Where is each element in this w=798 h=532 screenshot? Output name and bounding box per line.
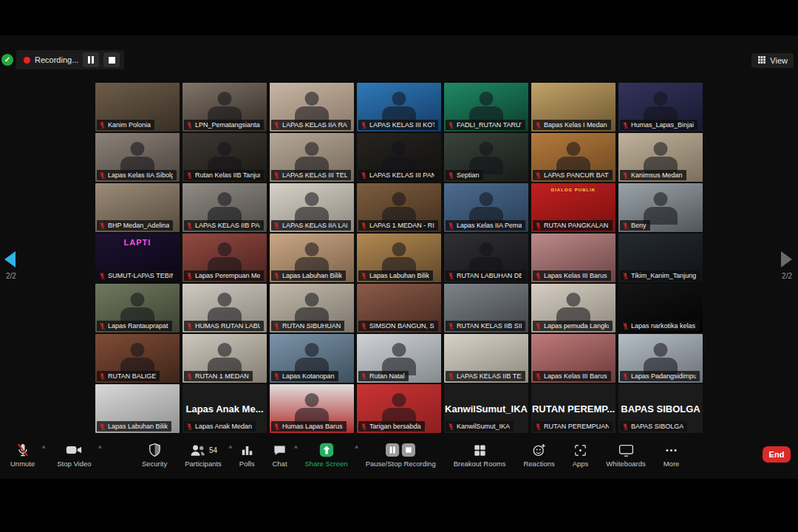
toolbar-stop-video-button[interactable]: ^Stop Video <box>51 442 97 468</box>
participant-tile[interactable]: Lapas narkotika kelas I... <box>618 284 703 332</box>
participant-tile[interactable]: Rutan Kelas IIB Tanjun... <box>183 133 267 182</box>
toolbar-polls-button[interactable]: Polls <box>233 442 261 468</box>
toolbar-reactions-button[interactable]: Reactions <box>517 442 560 468</box>
participant-name-label: Lapas Labuhan Bilik <box>358 270 433 281</box>
muted-mic-icon <box>273 121 280 129</box>
participant-tile[interactable]: BAPAS SIBOLGABAPAS SIBOLGA <box>618 384 703 433</box>
toolbar-breakout-rooms-button[interactable]: Breakout Rooms <box>448 442 512 468</box>
participant-tile[interactable]: RUTAN LABUHAN DELI <box>444 233 528 282</box>
participant-tile[interactable]: Lapas Kelas IIA Sibolga <box>95 133 180 182</box>
page-indicator-right: 2/2 <box>782 272 792 280</box>
more-icon <box>664 443 678 457</box>
participant-name-text: KanwilSumut_IKA <box>457 423 510 430</box>
participant-name-text: FADLI_RUTAN TARUTU... <box>457 121 522 129</box>
participant-tile[interactable]: LAPAS 1 MEDAN - RIZ... <box>357 183 441 232</box>
participant-tile[interactable]: BHP Medan_Adelina <box>95 183 180 232</box>
toolbar-unmute-button[interactable]: ^Unmute <box>4 442 41 468</box>
chevron-up-icon[interactable]: ^ <box>355 445 358 452</box>
participant-tile[interactable]: Rutan Natal <box>357 334 441 383</box>
participant-tile[interactable]: RUTAN KELAS IIB SIDI... <box>444 284 528 332</box>
participants-count-badge: 54 <box>209 446 217 454</box>
chevron-up-icon[interactable]: ^ <box>42 445 45 452</box>
participant-tile[interactable]: RUTAN SIBUHUAN <box>270 284 354 332</box>
participant-tile[interactable]: Bapas Kelas I Medan <box>531 83 615 132</box>
participant-tile[interactable]: Kanim Polonia <box>95 83 180 132</box>
chevron-up-icon[interactable]: ^ <box>98 445 101 452</box>
muted-mic-icon <box>186 423 193 431</box>
participant-name-label: Tikim_Kanim_TanjungB... <box>620 270 700 281</box>
participant-tile[interactable]: LAPAS KELAS IIB TEBIN... <box>444 334 528 383</box>
toolbar-participants-button[interactable]: 54^Participants <box>179 442 228 468</box>
participant-tile[interactable]: Lapas Kelas IIA Pemata... <box>444 183 528 232</box>
participant-name-text: Lapas Kelas III Barus <box>544 372 607 380</box>
participant-tile[interactable]: LAPAS PANCUR BATU_... <box>531 133 615 182</box>
participant-tile[interactable]: Lapas Rantauprapat <box>95 284 180 332</box>
muted-mic-icon <box>622 121 629 129</box>
muted-mic-icon <box>448 171 454 180</box>
participant-tile[interactable]: LAPAS KELAS III PANG... <box>357 133 441 182</box>
participant-tile[interactable]: Tarigan bersabda <box>357 384 441 433</box>
participant-name-label: RUTAN BALIGE <box>97 371 160 381</box>
participant-tile[interactable]: DIALOG PUBLIKRUTAN PANGKALAN B... <box>531 183 615 232</box>
toolbar-whiteboards-button[interactable]: Whiteboards <box>600 442 651 468</box>
participant-tile[interactable]: LAPTISUMUT-LAPAS TEBIN... <box>95 233 180 282</box>
participant-tile[interactable]: LAPAS KELAS IIA RANT... <box>270 83 354 132</box>
participant-tile[interactable]: LPN_Pematangsiantar <box>183 83 267 132</box>
participant-name-label: LAPAS 1 MEDAN - RIZ... <box>358 220 438 231</box>
participant-name-text: SIMSON BANGUN, SH... <box>369 322 434 330</box>
participant-tile[interactable]: Lapas pemuda Langkat <box>531 284 615 332</box>
participant-tile[interactable]: HUMAS RUTAN LABU... <box>183 284 267 332</box>
participant-tile[interactable]: Humas Lapas Barus <box>270 384 354 433</box>
toolbar-more-button[interactable]: More <box>658 442 686 468</box>
participant-tile[interactable]: LAPAS KELAS III KOTAP... <box>357 83 441 132</box>
participant-tile[interactable]: Septian <box>444 133 528 182</box>
participant-tile[interactable]: RUTAN PEREMP...RUTAN PEREMPUAN ... <box>531 384 615 433</box>
participant-tile[interactable]: RUTAN 1 MEDAN <box>183 334 267 383</box>
pause-recording-button[interactable] <box>83 52 99 67</box>
participant-tile[interactable]: Humas_Lapas_Binjai <box>618 83 703 132</box>
previous-page-arrow[interactable] <box>4 251 16 267</box>
participant-tile[interactable]: Lapas Anak Me...Lapas Anak Medan <box>183 384 267 433</box>
participant-name-text: RUTAN 1 MEDAN <box>195 372 249 380</box>
toolbar-share-screen-button[interactable]: ^Share Screen <box>299 442 354 468</box>
participant-name-label: Tarigan bersabda <box>358 421 425 432</box>
view-button[interactable]: View <box>751 53 794 68</box>
apps-icon <box>573 443 587 457</box>
participant-tile[interactable]: Lapas Perempuan Med... <box>183 233 267 282</box>
participant-tile[interactable]: Kanimsus Medan <box>618 133 703 182</box>
participant-tile[interactable]: Lapas Labuhan Bilik <box>95 384 180 433</box>
participant-name-text: Lapas Kelas IIA Sibolga <box>108 171 173 179</box>
muted-mic-icon <box>448 372 454 381</box>
chevron-up-icon[interactable]: ^ <box>229 445 232 452</box>
participant-tile[interactable]: Lapas Labuhan Bilik <box>270 233 354 282</box>
participant-tile[interactable]: LAPAS KELAS IIA LABU... <box>270 183 354 232</box>
participant-tile[interactable]: Lapas Labuhan Bilik <box>357 233 441 282</box>
end-meeting-button[interactable]: End <box>763 446 791 463</box>
toolbar-chat-button[interactable]: ^Chat <box>266 442 293 468</box>
chevron-up-icon[interactable]: ^ <box>294 445 297 452</box>
participant-name-text: RUTAN KELAS IIB SIDI... <box>457 322 522 330</box>
participant-tile[interactable]: KanwilSumut_IKAKanwilSumut_IKA <box>444 384 528 433</box>
next-page-arrow[interactable] <box>781 251 792 267</box>
participant-tile[interactable]: Lapas Kotanopan <box>270 334 354 383</box>
participant-tile[interactable]: FADLI_RUTAN TARUTU... <box>444 83 528 132</box>
participant-tile[interactable]: Beny <box>618 183 703 232</box>
participant-name-label: LAPAS KELAS IIB PANY... <box>184 220 264 231</box>
stop-recording-button[interactable] <box>103 52 120 67</box>
participant-tile[interactable]: LAPAS KELAS III TELUK... <box>270 133 354 182</box>
participant-name-label: Lapas narkotika kelas I... <box>620 321 700 331</box>
participant-tile[interactable]: LAPAS KELAS IIB PANY... <box>183 183 267 232</box>
participant-tile[interactable]: Tikim_Kanim_TanjungB... <box>618 233 703 282</box>
breakout-icon <box>473 443 487 457</box>
recording-label: Recording... <box>35 55 78 64</box>
toolbar-chat-label: Chat <box>272 460 287 468</box>
participant-tile[interactable]: Lapas Kelas III Barus <box>531 334 615 383</box>
recording-indicator: Recording... <box>16 50 124 69</box>
participant-tile[interactable]: Lapas Kelas III Barus <box>531 233 615 282</box>
toolbar-pause-stop-recording-button[interactable]: Pause/Stop Recording <box>360 442 442 468</box>
toolbar-apps-button[interactable]: Apps <box>567 442 595 468</box>
participant-tile[interactable]: Lapas Padangsidimpuan <box>618 334 703 383</box>
participant-tile[interactable]: RUTAN BALIGE <box>95 334 180 383</box>
toolbar-security-button[interactable]: Security <box>136 442 173 468</box>
participant-tile[interactable]: SIMSON BANGUN, SH... <box>357 284 441 332</box>
